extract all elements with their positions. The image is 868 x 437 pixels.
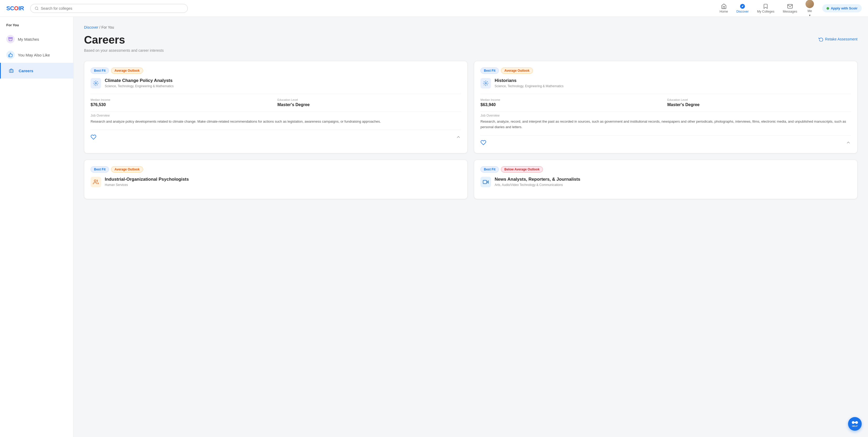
favorite-button[interactable] xyxy=(480,140,486,147)
nav-discover[interactable]: Discover xyxy=(737,3,749,13)
card-stats: Median Income $63,940 Education Level Ma… xyxy=(480,94,851,107)
best-fit-badge: Best Fit xyxy=(480,67,499,74)
sidebar-item-my-matches[interactable]: My Matches xyxy=(0,31,73,47)
thumbsup-icon xyxy=(6,51,15,59)
bookmark-icon xyxy=(763,3,769,9)
chevron-up-icon xyxy=(846,140,851,145)
breadcrumb-discover[interactable]: Discover xyxy=(84,25,98,29)
avg-outlook-badge: Average Outlook xyxy=(501,67,533,74)
search-icon xyxy=(35,6,39,10)
career-card-climate-change: Best Fit Average Outlook Climate Change … xyxy=(84,61,468,153)
svg-point-3 xyxy=(95,83,97,84)
nav-me[interactable]: Me ▼ xyxy=(806,0,814,17)
discover-icon xyxy=(740,3,745,9)
header: SCOIR Home Discover My Colleges Messages… xyxy=(0,0,868,17)
overview-label: Job Overview xyxy=(91,111,461,117)
stat-education: Education Level Master's Degree xyxy=(278,98,461,107)
career-card-news-analysts: Best Fit Below Average Outlook News Anal… xyxy=(474,160,858,199)
card-stats: Median Income $76,530 Education Level Ma… xyxy=(91,94,461,107)
card-name: Climate Change Policy Analysts xyxy=(105,78,174,83)
main-content: Discover / For You Careers Retake Assess… xyxy=(73,17,868,437)
sidebar: For You My Matches You May Also Like Car… xyxy=(0,17,73,437)
svg-marker-6 xyxy=(487,181,488,183)
layout: For You My Matches You May Also Like Car… xyxy=(0,17,868,437)
stat-education-label: Education Level xyxy=(668,98,851,101)
card-name: Historians xyxy=(495,78,563,83)
card-actions xyxy=(91,130,461,141)
retake-button[interactable]: Retake Assessment xyxy=(819,37,858,41)
svg-point-5 xyxy=(94,180,96,182)
card-badges: Best Fit Below Average Outlook xyxy=(480,166,851,173)
sidebar-section-title: For You xyxy=(0,23,73,31)
card-category: Science, Technology, Engineering & Mathe… xyxy=(105,84,174,88)
cards-grid: Best Fit Average Outlook Climate Change … xyxy=(84,61,858,199)
career-card-industrial-psych: Best Fit Average Outlook Industrial-Orga… xyxy=(84,160,468,199)
career-icon xyxy=(91,177,101,187)
page-header: Careers Retake Assessment xyxy=(84,34,858,46)
career-icon xyxy=(91,78,101,89)
card-text: Industrial-Organizational Psychologists … xyxy=(105,177,189,187)
messages-icon xyxy=(787,3,793,9)
card-category: Science, Technology, Engineering & Mathe… xyxy=(495,84,563,88)
avg-outlook-badge: Average Outlook xyxy=(111,67,143,74)
stat-education-label: Education Level xyxy=(278,98,461,101)
avatar xyxy=(806,0,814,8)
nav: Home Discover My Colleges Messages Me ▼ … xyxy=(720,0,862,17)
logo[interactable]: SCOIR xyxy=(6,5,24,12)
apply-button[interactable]: Apply with Scoir xyxy=(822,4,862,12)
help-button[interactable]: HELP xyxy=(848,417,862,431)
card-title-row: Climate Change Policy Analysts Science, … xyxy=(91,78,461,89)
retake-icon xyxy=(819,37,824,41)
card-actions xyxy=(480,135,851,147)
breadcrumb-separator: / xyxy=(99,25,101,29)
breadcrumb-current: For You xyxy=(101,25,114,29)
heart-icon xyxy=(480,140,486,146)
page-subtitle: Based on your assessments and career int… xyxy=(84,48,858,53)
card-badges: Best Fit Average Outlook xyxy=(91,67,461,74)
card-title-row: News Analysts, Reporters, & Journalists … xyxy=(480,177,851,187)
nav-my-colleges[interactable]: My Colleges xyxy=(757,3,774,13)
card-name: News Analysts, Reporters, & Journalists xyxy=(495,177,580,182)
chevron-up-icon xyxy=(456,134,461,140)
nav-messages[interactable]: Messages xyxy=(783,3,797,13)
favorite-button[interactable] xyxy=(91,134,96,141)
stat-income-label: Median Income xyxy=(480,98,664,101)
card-badges: Best Fit Average Outlook xyxy=(480,67,851,74)
sidebar-item-label: You May Also Like xyxy=(18,53,50,57)
nav-home[interactable]: Home xyxy=(720,3,728,13)
stat-income-value: $63,940 xyxy=(480,102,664,107)
infinity-icon xyxy=(852,421,858,425)
me-dropdown-icon: ▼ xyxy=(808,14,811,17)
career-icon xyxy=(480,177,491,187)
svg-point-4 xyxy=(485,83,487,84)
collapse-button[interactable] xyxy=(846,140,851,146)
sidebar-item-label: Careers xyxy=(19,68,33,73)
card-category: Arts, Audio/Video Technology & Communica… xyxy=(495,183,580,187)
search-input[interactable] xyxy=(41,6,184,10)
svg-rect-2 xyxy=(9,70,13,72)
collapse-button[interactable] xyxy=(456,134,461,141)
stat-income-label: Median Income xyxy=(91,98,274,101)
briefcase-icon xyxy=(7,66,16,75)
card-text: Historians Science, Technology, Engineer… xyxy=(495,78,563,88)
stat-income: Median Income $76,530 xyxy=(91,98,274,107)
card-category: Human Services xyxy=(105,183,189,187)
card-text: Climate Change Policy Analysts Science, … xyxy=(105,78,174,88)
page-title: Careers xyxy=(84,34,125,46)
avg-outlook-badge: Average Outlook xyxy=(111,166,143,173)
card-name: Industrial-Organizational Psychologists xyxy=(105,177,189,182)
apply-dot xyxy=(827,7,829,10)
search-bar[interactable] xyxy=(30,4,188,13)
sidebar-item-label: My Matches xyxy=(18,37,39,41)
best-fit-badge: Best Fit xyxy=(91,166,109,173)
sidebar-item-careers[interactable]: Careers xyxy=(0,63,73,79)
card-title-row: Industrial-Organizational Psychologists … xyxy=(91,177,461,187)
career-card-historians: Best Fit Average Outlook Historians Scie… xyxy=(474,61,858,153)
heart-icon xyxy=(91,134,96,140)
stat-education-value: Master's Degree xyxy=(278,102,461,107)
below-avg-outlook-badge: Below Average Outlook xyxy=(501,166,543,173)
stat-income-value: $76,530 xyxy=(91,102,274,107)
sidebar-item-you-may-also-like[interactable]: You May Also Like xyxy=(0,47,73,63)
best-fit-badge: Best Fit xyxy=(91,67,109,74)
home-icon xyxy=(721,3,727,9)
